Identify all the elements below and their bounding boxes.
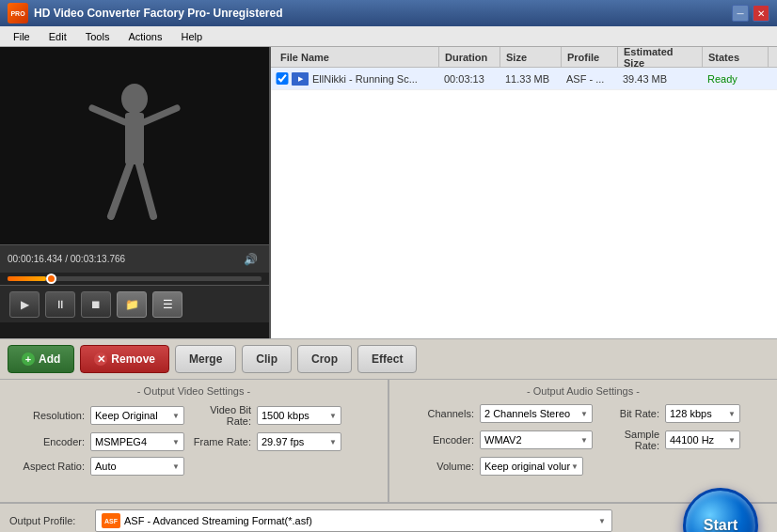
- menu-actions[interactable]: Actions: [119, 29, 171, 44]
- aspect-label: Aspect Ratio:: [9, 461, 85, 472]
- chevron-down-icon: ▼: [571, 462, 579, 471]
- audio-encoder-select[interactable]: WMAV2 ▼: [480, 430, 593, 449]
- add-button[interactable]: + Add: [8, 345, 74, 373]
- row-checkbox[interactable]: [275, 72, 290, 85]
- col-header-profile: Profile: [562, 47, 618, 67]
- channels-select[interactable]: 2 Channels Stereo ▼: [480, 404, 593, 423]
- file-list-panel: File Name Duration Size Profile Estimate…: [271, 47, 777, 338]
- audio-settings-title: - Output Audio Settings -: [399, 385, 768, 397]
- menu-edit[interactable]: Edit: [40, 29, 76, 44]
- svg-line-2: [92, 108, 125, 122]
- output-profile-select[interactable]: ASF ASF - Advanced Streaming Format(*.as…: [95, 509, 612, 532]
- chevron-down-icon: ▼: [172, 438, 180, 446]
- crop-button[interactable]: Crop: [297, 345, 352, 373]
- cell-profile: ASF - ...: [566, 73, 623, 85]
- chevron-down-icon: ▼: [172, 462, 180, 471]
- dancer-figure: [78, 70, 191, 221]
- volume-select[interactable]: Keep original volur ▼: [480, 457, 583, 476]
- video-panel: 00:00:16.434 / 00:03:13.766 🔊 ▶ ⏸ ⏹ 📁 ☰: [0, 47, 271, 338]
- menu-bar: File Edit Tools Actions Help: [0, 26, 777, 47]
- output-profile-label: Output Profile:: [9, 515, 89, 526]
- video-info-bar: 00:00:16.434 / 00:03:13.766 🔊: [0, 244, 269, 273]
- clip-button[interactable]: Clip: [242, 345, 292, 373]
- video-settings-panel: - Output Video Settings - Resolution: Ke…: [0, 380, 389, 502]
- col-header-duration: Duration: [439, 47, 500, 67]
- col-header-states: States: [703, 47, 769, 67]
- volume-row: Volume: Keep original volur ▼: [399, 457, 768, 476]
- audio-bitrate-select[interactable]: 128 kbps ▼: [665, 404, 740, 423]
- title-bar-left: PRO HD Video Converter Factory Pro- Unre…: [8, 3, 283, 23]
- time-current: 00:00:16.434: [8, 254, 62, 264]
- playback-controls: ▶ ⏸ ⏹ 📁 ☰: [0, 285, 269, 322]
- bottom-bar: Output Profile: ASF ASF - Advanced Strea…: [0, 502, 777, 532]
- frame-rate-select[interactable]: 29.97 fps ▼: [257, 432, 341, 451]
- folder-button[interactable]: 📁: [117, 291, 147, 318]
- progress-fill: [8, 276, 46, 281]
- minimize-button[interactable]: ─: [732, 5, 749, 22]
- aspect-select[interactable]: Auto ▼: [90, 457, 184, 476]
- chevron-down-icon: ▼: [580, 410, 588, 418]
- add-icon: +: [22, 352, 35, 366]
- cell-estsize: 39.43 MB: [623, 73, 707, 85]
- audio-encoder-row: Encoder: WMAV2 ▼ Sample Rate: 44100 Hz ▼: [399, 429, 768, 451]
- cell-filename: EllNikki - Running Sc...: [312, 73, 444, 85]
- col-header-filename: File Name: [275, 47, 439, 67]
- resolution-row: Resolution: Keep Original ▼ Video Bit Ra…: [9, 404, 378, 427]
- cell-states: Ready: [707, 73, 773, 85]
- chevron-down-icon: ▼: [728, 410, 736, 418]
- action-bar: + Add ✕ Remove Merge Clip Crop Effect: [0, 338, 777, 380]
- settings-section: - Output Video Settings - Resolution: Ke…: [0, 380, 777, 502]
- menu-tools[interactable]: Tools: [76, 29, 119, 44]
- resolution-label: Resolution:: [9, 410, 85, 421]
- time-total: 00:03:13.766: [71, 254, 125, 264]
- remove-button[interactable]: ✕ Remove: [80, 345, 169, 373]
- window-title: HD Video Converter Factory Pro- Unregist…: [34, 7, 283, 20]
- close-button[interactable]: ✕: [753, 5, 769, 22]
- progress-thumb[interactable]: [46, 274, 56, 284]
- asf-icon: ASF: [102, 513, 120, 528]
- menu-file[interactable]: File: [4, 29, 40, 44]
- channels-label: Channels:: [399, 408, 474, 419]
- chevron-down-icon: ▼: [598, 517, 606, 525]
- options-button[interactable]: ☰: [152, 291, 182, 318]
- sample-rate-label: Sample Rate:: [598, 429, 659, 451]
- menu-help[interactable]: Help: [171, 29, 212, 44]
- aspect-row: Aspect Ratio: Auto ▼: [9, 457, 378, 476]
- chevron-down-icon: ▼: [580, 436, 588, 445]
- video-preview: [0, 47, 269, 244]
- effect-button[interactable]: Effect: [357, 345, 417, 373]
- channels-row: Channels: 2 Channels Stereo ▼ Bit Rate: …: [399, 404, 768, 423]
- cell-duration: 00:03:13: [444, 73, 505, 85]
- chevron-down-icon: ▼: [728, 436, 736, 445]
- video-bitrate-select[interactable]: 1500 kbps ▼: [257, 406, 341, 425]
- table-row[interactable]: ▶ EllNikki - Running Sc... 00:03:13 11.3…: [271, 68, 777, 90]
- start-button[interactable]: Start: [683, 488, 758, 532]
- file-type-icon: ▶: [292, 72, 309, 86]
- encoder-select[interactable]: MSMPEG4 ▼: [90, 432, 184, 451]
- app-logo: PRO: [8, 3, 28, 23]
- chevron-down-icon: ▼: [172, 412, 180, 420]
- file-list-header: File Name Duration Size Profile Estimate…: [271, 47, 777, 68]
- merge-button[interactable]: Merge: [175, 345, 236, 373]
- resolution-select[interactable]: Keep Original ▼: [90, 406, 184, 425]
- svg-line-3: [144, 108, 177, 122]
- col-header-estsize: Estimated Size: [618, 47, 703, 67]
- volume-label: Volume:: [399, 461, 474, 472]
- play-button[interactable]: ▶: [9, 291, 40, 318]
- sample-rate-select[interactable]: 44100 Hz ▼: [665, 430, 740, 449]
- audio-settings-panel: - Output Audio Settings - Channels: 2 Ch…: [389, 380, 777, 502]
- progress-bar-area[interactable]: [0, 273, 269, 285]
- encoder-label: Encoder:: [9, 436, 85, 447]
- audio-bitrate-label: Bit Rate:: [598, 408, 659, 419]
- progress-track[interactable]: [8, 276, 262, 281]
- col-header-size: Size: [500, 47, 562, 67]
- stop-button[interactable]: ⏹: [81, 291, 111, 318]
- pause-button[interactable]: ⏸: [45, 291, 75, 318]
- encoder-row: Encoder: MSMPEG4 ▼ Frame Rate: 29.97 fps…: [9, 432, 378, 451]
- file-list-body: ▶ EllNikki - Running Sc... 00:03:13 11.3…: [271, 68, 777, 338]
- video-display: [0, 47, 269, 244]
- frame-rate-label: Frame Rate:: [190, 436, 251, 447]
- cell-size: 11.33 MB: [505, 73, 566, 85]
- video-bitrate-label: Video Bit Rate:: [190, 404, 251, 427]
- volume-icon[interactable]: 🔊: [244, 253, 258, 266]
